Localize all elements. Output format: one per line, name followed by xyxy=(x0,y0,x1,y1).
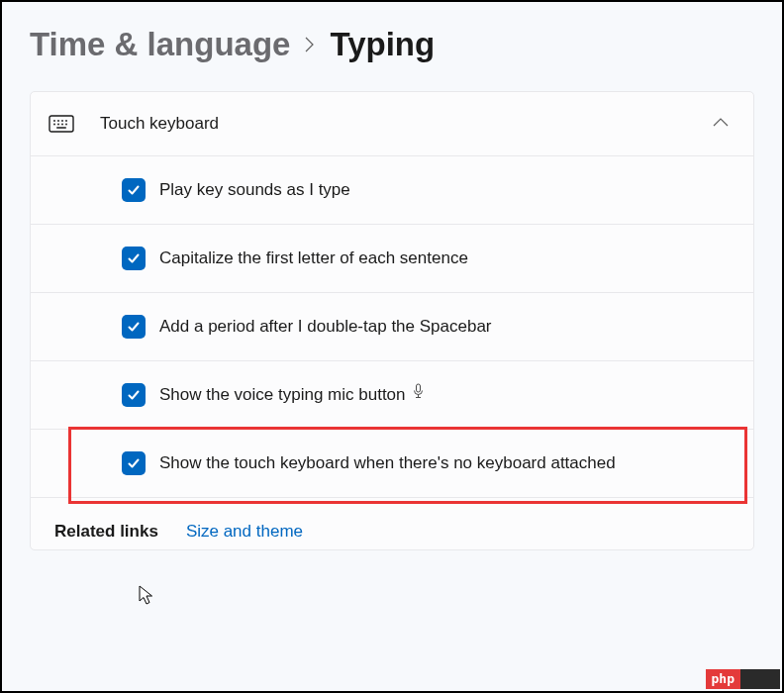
option-label: Add a period after I double-tap the Spac… xyxy=(159,315,492,339)
touch-keyboard-panel: Touch keyboard Play key sounds as I type… xyxy=(30,91,754,550)
svg-point-8 xyxy=(65,124,67,126)
svg-point-3 xyxy=(61,120,63,122)
svg-point-4 xyxy=(65,120,67,122)
watermark-text: php xyxy=(706,669,740,689)
breadcrumb: Time & language Typing xyxy=(30,26,754,63)
checkbox-show-touch-keyboard-no-keyboard[interactable] xyxy=(122,451,146,475)
mic-icon xyxy=(412,383,425,407)
size-and-theme-link[interactable]: Size and theme xyxy=(186,522,303,542)
page-title: Typing xyxy=(330,26,435,63)
svg-rect-10 xyxy=(416,384,420,392)
option-capitalize-first-letter: Capitalize the first letter of each sent… xyxy=(31,225,753,293)
option-label: Show the touch keyboard when there's no … xyxy=(159,451,616,475)
option-show-touch-keyboard-no-keyboard: Show the touch keyboard when there's no … xyxy=(31,430,753,498)
svg-point-2 xyxy=(57,120,59,122)
svg-point-1 xyxy=(53,120,55,122)
option-label: Capitalize the first letter of each sent… xyxy=(159,247,468,270)
panel-title: Touch keyboard xyxy=(100,114,712,134)
option-label: Show the voice typing mic button xyxy=(159,383,425,407)
watermark: php xyxy=(706,669,780,689)
related-links: Related links Size and theme xyxy=(31,498,753,549)
related-links-label: Related links xyxy=(54,522,158,542)
checkbox-show-voice-typing-mic[interactable] xyxy=(122,383,146,407)
chevron-up-icon xyxy=(712,115,730,133)
option-play-key-sounds: Play key sounds as I type xyxy=(31,156,753,225)
breadcrumb-parent-link[interactable]: Time & language xyxy=(30,26,290,63)
keyboard-icon xyxy=(49,115,76,133)
checkbox-capitalize-first-letter[interactable] xyxy=(122,247,146,270)
svg-point-6 xyxy=(57,124,59,126)
chevron-right-icon xyxy=(304,34,316,59)
checkbox-add-period-double-tap[interactable] xyxy=(122,315,146,339)
touch-keyboard-expander[interactable]: Touch keyboard xyxy=(31,92,753,156)
option-add-period-double-tap: Add a period after I double-tap the Spac… xyxy=(31,293,753,361)
svg-point-7 xyxy=(61,124,63,126)
option-show-voice-typing-mic: Show the voice typing mic button xyxy=(31,361,753,430)
watermark-block xyxy=(740,669,780,689)
svg-rect-9 xyxy=(56,127,66,129)
svg-point-5 xyxy=(53,124,55,126)
checkbox-play-key-sounds[interactable] xyxy=(122,178,146,202)
cursor-pointer-icon xyxy=(139,585,156,611)
svg-rect-0 xyxy=(49,116,73,132)
option-label: Play key sounds as I type xyxy=(159,178,350,202)
